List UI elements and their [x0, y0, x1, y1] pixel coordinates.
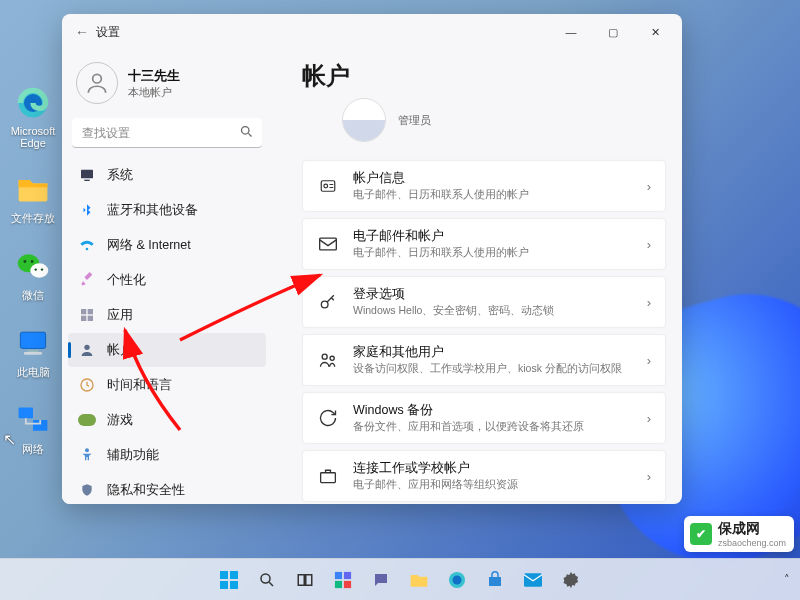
- svg-rect-39: [306, 574, 312, 585]
- badge-icon: [317, 175, 339, 197]
- sidebar-item-gaming[interactable]: 游戏: [68, 403, 266, 437]
- desktop-icons-column: Microsoft Edge 文件存放 微信 此电脑 网络: [8, 85, 58, 457]
- svg-point-15: [242, 127, 250, 135]
- card-backup[interactable]: Windows 备份备份文件、应用和首选项，以便跨设备将其还原›: [302, 392, 666, 444]
- back-button[interactable]: ←: [68, 24, 96, 40]
- nav-label: 时间和语言: [107, 377, 172, 394]
- card-signin[interactable]: 登录选项Windows Hello、安全密钥、密码、动态锁›: [302, 276, 666, 328]
- svg-rect-16: [81, 170, 93, 179]
- svg-rect-38: [298, 574, 304, 585]
- svg-point-14: [93, 74, 102, 83]
- network-icon: [15, 402, 51, 438]
- taskbar-search[interactable]: [250, 563, 284, 597]
- sidebar-item-bluetooth[interactable]: 蓝牙和其他设备: [68, 193, 266, 227]
- svg-rect-12: [19, 407, 33, 418]
- search-icon: [239, 124, 254, 143]
- sidebar: 十三先生 本地帐户 系统蓝牙和其他设备网络 & Internet个性化应用帐户时…: [62, 50, 272, 504]
- search-wrap: [72, 118, 262, 148]
- card-subtitle: 备份文件、应用和首选项，以便跨设备将其还原: [353, 420, 647, 434]
- nav-label: 帐户: [107, 342, 133, 359]
- nav-list: 系统蓝牙和其他设备网络 & Internet个性化应用帐户时间和语言游戏辅助功能…: [68, 158, 266, 504]
- desktop-icon-this-pc[interactable]: 此电脑: [8, 325, 58, 380]
- svg-rect-11: [24, 352, 42, 355]
- system-tray[interactable]: ˄: [784, 558, 790, 600]
- avatar-icon: [76, 62, 118, 104]
- edge-taskbar[interactable]: [440, 563, 474, 597]
- svg-rect-21: [88, 316, 93, 321]
- desktop-icon-label: Microsoft Edge: [8, 125, 58, 149]
- search-input[interactable]: [72, 118, 262, 148]
- card-info[interactable]: 帐户信息电子邮件、日历和联系人使用的帐户›: [302, 160, 666, 212]
- sidebar-item-system[interactable]: 系统: [68, 158, 266, 192]
- desktop-icon-network[interactable]: 网络: [8, 402, 58, 457]
- svg-point-30: [322, 354, 327, 359]
- sidebar-item-apps[interactable]: 应用: [68, 298, 266, 332]
- card-title: 连接工作或学校帐户: [353, 460, 647, 477]
- maximize-button[interactable]: ▢: [592, 17, 634, 47]
- admin-label: 管理员: [398, 113, 431, 128]
- chat[interactable]: [364, 563, 398, 597]
- svg-rect-40: [335, 571, 342, 578]
- settings-window: ← 设置 — ▢ ✕ 十三先生 本地帐户 系统蓝牙和其他设备网: [62, 14, 682, 504]
- mail-taskbar[interactable]: [516, 563, 550, 597]
- chevron-right-icon: ›: [647, 411, 651, 426]
- card-email[interactable]: 电子邮件和帐户电子邮件、日历和联系人使用的帐户›: [302, 218, 666, 270]
- nav-label: 个性化: [107, 272, 146, 289]
- chevron-right-icon: ›: [647, 237, 651, 252]
- svg-rect-8: [20, 332, 45, 348]
- bluetooth-icon: [78, 201, 96, 219]
- chevron-right-icon: ›: [647, 353, 651, 368]
- widgets[interactable]: [326, 563, 360, 597]
- titlebar: ← 设置 — ▢ ✕: [62, 14, 682, 50]
- svg-point-3: [30, 263, 48, 277]
- svg-rect-17: [84, 180, 89, 181]
- chevron-right-icon: ›: [647, 469, 651, 484]
- svg-rect-41: [344, 571, 351, 578]
- sidebar-item-privacy[interactable]: 隐私和安全性: [68, 473, 266, 504]
- card-subtitle: Windows Hello、安全密钥、密码、动态锁: [353, 304, 647, 318]
- svg-rect-18: [81, 309, 86, 314]
- desktop-icon-label: 此电脑: [17, 365, 50, 380]
- user-name: 十三先生: [128, 67, 180, 85]
- nav-label: 游戏: [107, 412, 133, 429]
- close-button[interactable]: ✕: [634, 17, 676, 47]
- desktop-icon-edge[interactable]: Microsoft Edge: [8, 85, 58, 149]
- tray-chevron-icon: ˄: [784, 573, 790, 586]
- brush-icon: [78, 271, 96, 289]
- desktop-icon-label: 网络: [22, 442, 44, 457]
- svg-point-45: [453, 575, 462, 584]
- admin-avatar: [342, 98, 386, 142]
- key-icon: [317, 291, 339, 313]
- sidebar-item-accounts[interactable]: 帐户: [68, 333, 266, 367]
- svg-rect-19: [88, 309, 93, 314]
- file-explorer[interactable]: [402, 563, 436, 597]
- chevron-right-icon: ›: [647, 179, 651, 194]
- family-icon: [317, 349, 339, 371]
- watermark-badge: ✔ 保成网 zsbaocheng.com: [684, 516, 794, 552]
- svg-rect-28: [320, 238, 337, 250]
- wechat-icon: [15, 248, 51, 284]
- svg-rect-20: [81, 316, 86, 321]
- svg-point-4: [23, 260, 26, 263]
- card-title: 家庭和其他用户: [353, 344, 647, 361]
- task-view[interactable]: [288, 563, 322, 597]
- start-button[interactable]: [212, 563, 246, 597]
- settings-taskbar[interactable]: [554, 563, 588, 597]
- minimize-button[interactable]: —: [550, 17, 592, 47]
- sidebar-item-network[interactable]: 网络 & Internet: [68, 228, 266, 262]
- store[interactable]: [478, 563, 512, 597]
- watermark-site: 保成网: [718, 520, 760, 536]
- desktop-icon-wechat[interactable]: 微信: [8, 248, 58, 303]
- sidebar-item-personalize[interactable]: 个性化: [68, 263, 266, 297]
- sidebar-item-time[interactable]: 时间和语言: [68, 368, 266, 402]
- shield-icon: ✔: [690, 523, 712, 545]
- card-work[interactable]: 连接工作或学校帐户电子邮件、应用和网络等组织资源›: [302, 450, 666, 502]
- card-subtitle: 电子邮件、应用和网络等组织资源: [353, 478, 647, 492]
- card-family[interactable]: 家庭和其他用户设备访问权限、工作或学校用户、kiosk 分配的访问权限›: [302, 334, 666, 386]
- desktop-icon-folder[interactable]: 文件存放: [8, 171, 58, 226]
- monitor-icon: [15, 325, 51, 361]
- card-subtitle: 设备访问权限、工作或学校用户、kiosk 分配的访问权限: [353, 362, 647, 376]
- sidebar-item-accessibility[interactable]: 辅助功能: [68, 438, 266, 472]
- nav-label: 辅助功能: [107, 447, 159, 464]
- user-block[interactable]: 十三先生 本地帐户: [68, 54, 266, 118]
